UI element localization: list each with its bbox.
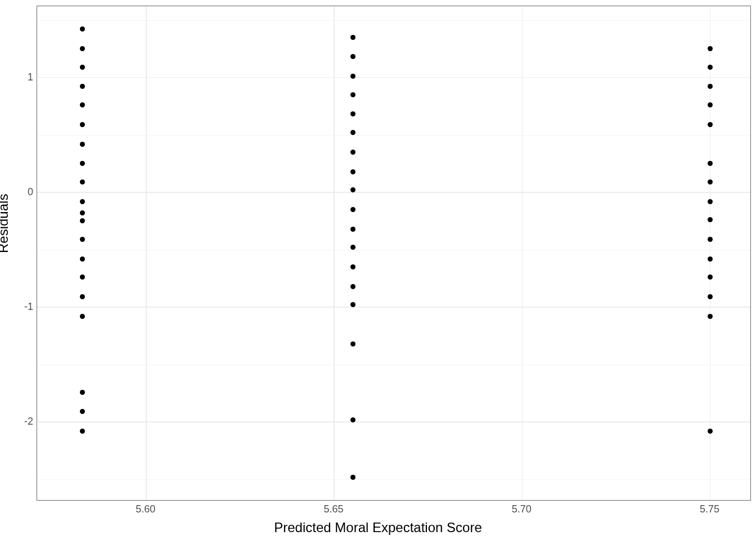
data-point	[350, 111, 356, 116]
data-point	[80, 210, 85, 215]
data-point	[708, 179, 713, 184]
data-point	[708, 102, 713, 107]
y-tick-label: 1	[5, 71, 33, 83]
gridline-x	[710, 6, 711, 500]
gridline-x	[146, 6, 147, 500]
data-point	[708, 122, 713, 127]
scatter-chart: Residuals Predicted Moral Expectation Sc…	[0, 0, 756, 540]
data-point	[708, 65, 713, 70]
data-point	[350, 264, 356, 269]
data-point	[350, 341, 356, 346]
data-point	[350, 150, 356, 155]
data-point	[80, 274, 85, 280]
gridline-y	[37, 77, 750, 78]
data-point	[80, 26, 85, 32]
data-point	[80, 122, 85, 127]
data-point	[350, 92, 356, 97]
data-point	[80, 409, 85, 414]
y-tick-label: -2	[5, 416, 33, 428]
gridline-x-minor	[52, 6, 53, 7]
data-point	[350, 35, 356, 40]
data-point	[708, 217, 713, 222]
data-point	[708, 314, 713, 319]
data-point	[80, 237, 85, 242]
gridline-x	[334, 6, 335, 500]
data-point	[708, 46, 713, 51]
data-point	[80, 314, 85, 319]
x-tick-label: 5.60	[136, 503, 155, 515]
data-point	[350, 207, 356, 212]
gridline-y-minor	[37, 479, 750, 480]
data-point	[708, 256, 713, 262]
data-point	[80, 429, 85, 434]
data-point	[80, 142, 85, 147]
gridline-y-minor	[37, 250, 750, 250]
plot-panel	[37, 6, 751, 501]
data-point	[350, 130, 356, 135]
gridline-y-minor	[37, 364, 750, 365]
x-tick-label: 5.65	[324, 503, 344, 515]
y-axis-title: Residuals	[0, 194, 11, 253]
gridline-y	[37, 421, 750, 422]
data-point	[708, 294, 713, 299]
data-point	[350, 227, 356, 232]
data-point	[80, 102, 85, 107]
gridline-y	[37, 307, 750, 308]
data-point	[80, 84, 85, 89]
data-point	[350, 475, 356, 480]
data-point	[708, 161, 713, 166]
y-tick-label: 0	[5, 186, 33, 197]
data-point	[708, 84, 713, 89]
data-point	[708, 429, 713, 434]
data-point	[708, 274, 713, 280]
data-point	[80, 218, 85, 223]
gridline-y-minor	[37, 135, 750, 136]
gridline-x-minor	[428, 6, 429, 7]
x-axis-title: Predicted Moral Expectation Score	[274, 520, 482, 536]
data-point	[80, 390, 85, 395]
gridline-y-minor	[37, 20, 750, 21]
data-point	[80, 65, 85, 70]
gridline-x-minor	[240, 6, 241, 7]
data-point	[80, 199, 85, 204]
gridline-y	[37, 192, 750, 193]
data-point	[708, 199, 713, 204]
data-point	[708, 237, 713, 242]
data-point	[80, 256, 85, 262]
x-tick-label: 5.75	[700, 503, 719, 515]
data-point	[80, 46, 85, 51]
data-point	[80, 161, 85, 166]
data-point	[350, 417, 356, 422]
x-tick-label: 5.70	[512, 503, 532, 515]
y-tick-label: -1	[5, 300, 33, 312]
data-point	[350, 284, 356, 289]
gridline-x-minor	[616, 6, 616, 7]
gridline-x	[522, 6, 523, 500]
data-point	[80, 179, 85, 184]
data-point	[80, 294, 85, 299]
data-point	[350, 169, 356, 174]
data-point	[350, 74, 356, 79]
data-point	[350, 54, 356, 59]
